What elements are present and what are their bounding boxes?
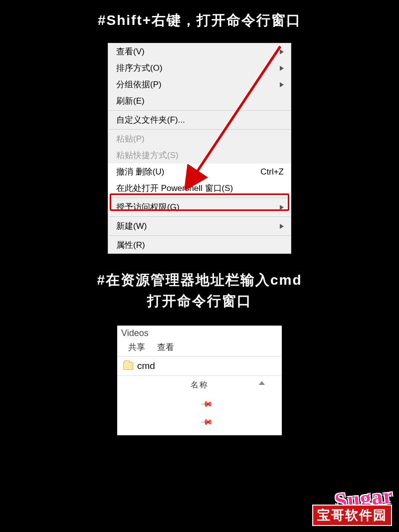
- chevron-right-icon: [280, 82, 284, 87]
- menu-label: 授予访问权限(G): [116, 201, 180, 213]
- menu-item-view[interactable]: 查看(V): [108, 43, 291, 60]
- tab-view[interactable]: 查看: [157, 342, 174, 353]
- menu-item-new[interactable]: 新建(W): [108, 218, 291, 234]
- tab-share[interactable]: 共享: [128, 342, 145, 353]
- menu-label: 刷新(E): [116, 95, 145, 107]
- window-title: Videos: [117, 326, 282, 340]
- menu-label: 属性(R): [116, 239, 145, 251]
- context-menu: 查看(V) 排序方式(O) 分组依据(P) 刷新(E) 自定义文件夹(F)...…: [108, 43, 291, 254]
- menu-separator: [109, 110, 290, 111]
- menu-separator: [109, 197, 290, 198]
- menu-label: 排序方式(O): [116, 62, 163, 74]
- menu-item-refresh[interactable]: 刷新(E): [108, 93, 291, 109]
- column-name: 名称: [191, 380, 208, 390]
- tutorial-heading-1: #Shift+右键，打开命令行窗口: [0, 11, 399, 30]
- pin-icon: 📌: [200, 415, 214, 429]
- menu-item-paste-shortcut: 粘贴快捷方式(S): [108, 147, 291, 164]
- heading-line-2: 打开命令行窗口: [147, 293, 252, 309]
- chevron-right-icon: [280, 205, 284, 210]
- menu-label: 粘贴(P): [116, 133, 145, 145]
- watermark-text: 宝哥软件园: [312, 505, 392, 526]
- menu-item-custom-folder[interactable]: 自定义文件夹(F)...: [108, 112, 291, 128]
- menu-label: 新建(W): [116, 220, 147, 232]
- chevron-right-icon: [280, 49, 284, 54]
- chevron-right-icon: [280, 66, 284, 71]
- menu-item-paste: 粘贴(P): [108, 131, 291, 147]
- menu-separator: [109, 216, 290, 217]
- menu-label: 自定义文件夹(F)...: [116, 114, 185, 126]
- heading-line-1: #在资源管理器地址栏输入cmd: [97, 272, 302, 288]
- ribbon-tabs: 共享 查看: [117, 340, 282, 356]
- menu-item-grant-access[interactable]: 授予访问权限(G): [108, 199, 291, 215]
- address-input[interactable]: cmd: [137, 360, 155, 371]
- tutorial-heading-2: #在资源管理器地址栏输入cmd 打开命令行窗口: [0, 270, 399, 312]
- chevron-right-icon: [280, 224, 284, 229]
- menu-item-undo-delete[interactable]: 撤消 删除(U) Ctrl+Z: [108, 164, 291, 180]
- menu-separator: [109, 129, 290, 130]
- menu-label: 粘贴快捷方式(S): [116, 150, 179, 161]
- sort-caret-icon: [259, 381, 265, 385]
- pin-icon: 📌: [200, 397, 214, 411]
- file-explorer-window: Videos 共享 查看 cmd 名称 📌 📌: [117, 326, 282, 435]
- menu-label: 分组依据(P): [116, 79, 162, 90]
- menu-item-powershell[interactable]: 在此处打开 Powershell 窗口(S): [108, 180, 291, 196]
- menu-label: 在此处打开 Powershell 窗口(S): [116, 182, 233, 194]
- menu-label: 查看(V): [116, 46, 145, 57]
- menu-label: 撤消 删除(U): [116, 166, 164, 177]
- keyboard-shortcut: Ctrl+Z: [260, 167, 284, 177]
- menu-item-properties[interactable]: 属性(R): [108, 237, 291, 253]
- menu-item-sort[interactable]: 排序方式(O): [108, 60, 291, 76]
- folder-icon: [123, 362, 133, 370]
- menu-separator: [109, 235, 290, 236]
- file-list-area: 📌 📌: [117, 395, 282, 435]
- menu-item-group[interactable]: 分组依据(P): [108, 76, 291, 93]
- address-bar[interactable]: cmd: [117, 356, 282, 375]
- column-header[interactable]: 名称: [117, 376, 282, 395]
